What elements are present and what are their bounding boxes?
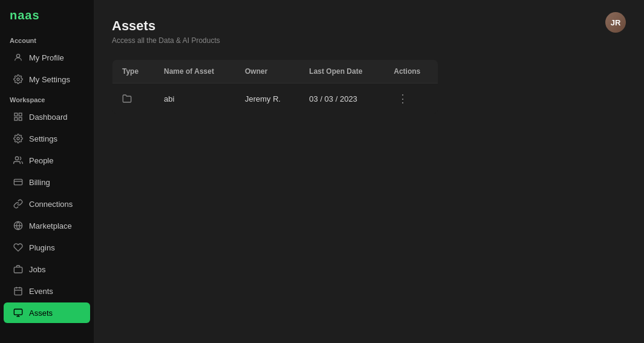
cell-type [112, 83, 155, 114]
sidebar-item-events[interactable]: Events [4, 281, 90, 301]
sidebar-item-label: Dashboard [29, 113, 68, 122]
marketplace-icon [13, 221, 23, 230]
dashboard-icon [13, 112, 23, 122]
sidebar-item-label: Plugins [29, 243, 55, 252]
svg-rect-4 [19, 117, 22, 120]
sidebar-item-label: My Settings [29, 75, 70, 84]
column-owner: Owner [235, 60, 299, 83]
sidebar-item-connections[interactable]: Connections [4, 194, 90, 214]
page-title: Assets [112, 18, 626, 34]
logo-text: naas [10, 8, 40, 22]
sidebar-item-settings[interactable]: Settings [4, 128, 90, 149]
sidebar-item-jobs[interactable]: Jobs [4, 259, 90, 279]
svg-rect-2 [15, 113, 18, 116]
svg-rect-5 [15, 117, 18, 120]
main-content: JR Assets Access all the Data & AI Produ… [94, 0, 644, 343]
sidebar-item-label: My Profile [29, 53, 64, 62]
folder-icon [122, 94, 132, 103]
sidebar-item-label: Events [29, 287, 53, 296]
cell-owner: Jeremy R. [235, 83, 299, 114]
type-cell [122, 94, 145, 103]
sidebar: naas Account My Profile My Settings Work… [0, 0, 94, 343]
sidebar-item-my-profile[interactable]: My Profile [4, 47, 90, 68]
svg-point-6 [17, 137, 19, 140]
billing-icon [13, 177, 23, 187]
sidebar-item-my-settings[interactable]: My Settings [4, 69, 90, 90]
events-icon [13, 286, 23, 296]
sidebar-item-plugins[interactable]: Plugins [4, 237, 90, 258]
svg-point-0 [16, 54, 19, 57]
gear-icon [13, 134, 23, 143]
user-icon [13, 53, 23, 62]
sidebar-item-dashboard[interactable]: Dashboard [4, 106, 90, 127]
sidebar-item-label: Assets [29, 309, 53, 318]
plugins-icon [13, 243, 23, 252]
row-actions-button[interactable]: ⋮ [394, 91, 412, 106]
column-actions: Actions [384, 60, 438, 83]
assets-icon [13, 308, 23, 318]
sidebar-item-label: Settings [29, 134, 57, 143]
workspace-section-label: Workspace [0, 90, 94, 106]
svg-point-1 [17, 78, 19, 80]
table-header-row: Type Name of Asset Owner Last Open Date … [112, 60, 438, 83]
column-last-open-date: Last Open Date [299, 60, 384, 83]
column-type: Type [112, 60, 155, 83]
sidebar-item-billing[interactable]: Billing [4, 172, 90, 192]
avatar-image: JR [605, 12, 626, 33]
svg-rect-13 [15, 288, 22, 295]
assets-table: Type Name of Asset Owner Last Open Date … [112, 59, 438, 114]
sidebar-item-label: Marketplace [29, 221, 72, 230]
svg-rect-3 [19, 113, 22, 116]
column-name-of-asset: Name of Asset [154, 60, 235, 83]
sidebar-item-assets[interactable]: Assets [4, 302, 90, 323]
sidebar-item-people[interactable]: People [4, 150, 90, 171]
app-logo: naas [0, 0, 94, 31]
cell-actions: ⋮ [384, 83, 438, 114]
svg-rect-12 [14, 267, 22, 273]
cell-last-open-date: 03 / 03 / 2023 [299, 83, 384, 114]
jobs-icon [13, 264, 23, 274]
connections-icon [13, 199, 23, 209]
sidebar-item-label: People [29, 156, 53, 165]
page-subtitle: Access all the Data & AI Products [112, 36, 626, 45]
svg-point-7 [15, 157, 18, 160]
svg-rect-8 [14, 179, 22, 185]
account-section-label: Account [0, 31, 94, 47]
svg-rect-17 [14, 309, 22, 315]
avatar[interactable]: JR [605, 12, 626, 33]
table-row: abi Jeremy R. 03 / 03 / 2023 ⋮ [112, 83, 438, 114]
sidebar-item-label: Billing [29, 178, 50, 187]
cell-name: abi [154, 83, 235, 114]
settings-icon [13, 74, 23, 84]
sidebar-item-marketplace[interactable]: Marketplace [4, 215, 90, 236]
sidebar-item-label: Connections [29, 200, 73, 209]
sidebar-item-label: Jobs [29, 265, 45, 274]
people-icon [13, 155, 23, 165]
